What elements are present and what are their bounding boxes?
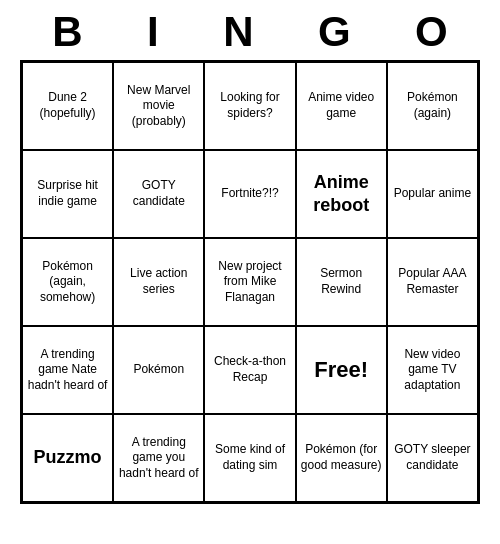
bingo-title: BINGO (20, 0, 480, 60)
title-letter-O: O (415, 8, 448, 56)
cell-23: Pokémon (for good measure) (296, 414, 387, 502)
cell-20: Puzzmo (22, 414, 113, 502)
cell-7: Fortnite?!? (204, 150, 295, 238)
title-letter-B: B (52, 8, 82, 56)
cell-12: New project from Mike Flanagan (204, 238, 295, 326)
cell-24: GOTY sleeper candidate (387, 414, 478, 502)
cell-6: GOTY candidate (113, 150, 204, 238)
cell-2: Looking for spiders? (204, 62, 295, 150)
cell-9: Popular anime (387, 150, 478, 238)
cell-18: Free! (296, 326, 387, 414)
cell-13: Sermon Rewind (296, 238, 387, 326)
cell-11: Live action series (113, 238, 204, 326)
cell-22: Some kind of dating sim (204, 414, 295, 502)
cell-3: Anime video game (296, 62, 387, 150)
cell-1: New Marvel movie (probably) (113, 62, 204, 150)
cell-14: Popular AAA Remaster (387, 238, 478, 326)
title-letter-G: G (318, 8, 351, 56)
cell-19: New video game TV adaptation (387, 326, 478, 414)
cell-15: A trending game Nate hadn't heard of (22, 326, 113, 414)
title-letter-N: N (223, 8, 253, 56)
cell-21: A trending game you hadn't heard of (113, 414, 204, 502)
cell-17: Check-a-thon Recap (204, 326, 295, 414)
cell-5: Surprise hit indie game (22, 150, 113, 238)
title-letter-I: I (147, 8, 159, 56)
bingo-grid: Dune 2 (hopefully)New Marvel movie (prob… (20, 60, 480, 504)
cell-16: Pokémon (113, 326, 204, 414)
cell-0: Dune 2 (hopefully) (22, 62, 113, 150)
cell-8: Anime reboot (296, 150, 387, 238)
cell-4: Pokémon (again) (387, 62, 478, 150)
cell-10: Pokémon (again, somehow) (22, 238, 113, 326)
